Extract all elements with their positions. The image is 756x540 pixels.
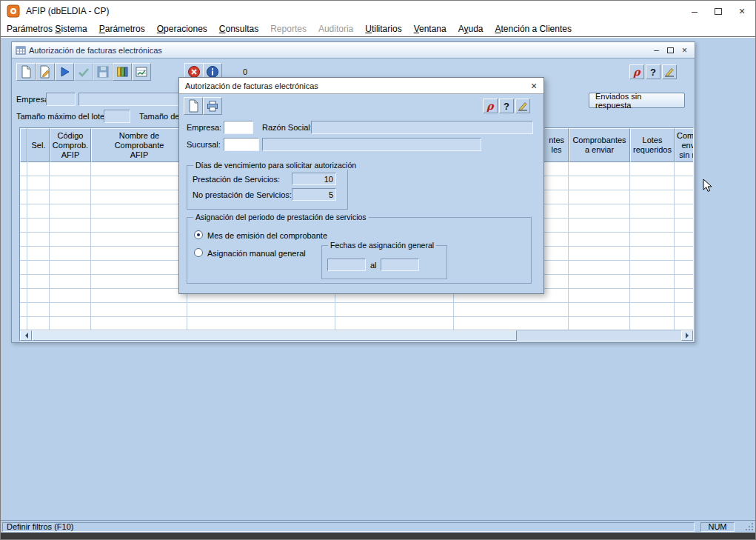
print-button[interactable]: [203, 97, 222, 115]
child-close-icon[interactable]: ×: [678, 43, 692, 58]
child-window-title: Autorización de facturas electrónicas: [29, 46, 162, 55]
new-document-button[interactable]: [16, 63, 36, 81]
tamano-del-label: Tamaño del: [139, 112, 181, 121]
grid-cell: [20, 275, 27, 289]
empresa-code-field: [46, 93, 76, 106]
exit-icon[interactable]: ρ: [629, 64, 644, 79]
sucursal-field[interactable]: [224, 138, 259, 151]
save-button[interactable]: [93, 63, 113, 81]
grid-cell: [20, 219, 27, 233]
maximize-icon[interactable]: [706, 1, 730, 21]
grid-export-button[interactable]: [132, 63, 151, 81]
menu-item-parametros[interactable]: Parámetros: [93, 21, 151, 36]
grid-header-cell: Nombre deComprobanteAFIP: [91, 128, 187, 162]
menu-item-parametros-sistema[interactable]: Parámetros Sistema: [1, 21, 93, 36]
grid-cell: [27, 219, 50, 233]
grid-cell: [630, 261, 675, 275]
grid-cell: [675, 190, 693, 204]
enviados-sin-respuesta-button[interactable]: Enviados sin respuesta: [589, 93, 685, 108]
grid-cell: [20, 204, 27, 219]
radio-asignacion-manual[interactable]: [194, 248, 203, 257]
grid-cell: [630, 190, 675, 204]
grid-cell: [630, 317, 675, 330]
grid-cell: [569, 233, 630, 247]
fechas-group-title: Fechas de asignación general: [328, 241, 436, 250]
prestacion-label: Prestación de Servicios:: [193, 175, 280, 184]
table-row[interactable]: [20, 317, 693, 330]
child-restore-icon[interactable]: [663, 43, 678, 58]
radio-mes-emision[interactable]: [194, 230, 203, 239]
dialog-empresa-label: Empresa:: [187, 123, 221, 132]
tamano-lote-label: Tamaño máximo del lote:: [16, 112, 107, 121]
grid-cell: [50, 176, 91, 190]
edit-properties-button[interactable]: [36, 63, 55, 81]
run-button[interactable]: [55, 63, 74, 81]
menu-item-consultas[interactable]: Consultas: [213, 21, 264, 36]
grid-cell: [630, 275, 675, 289]
grid-cell: [27, 176, 50, 190]
grid-cell: [569, 162, 630, 176]
app-title: AFIP (dbELDIA - CP): [26, 6, 109, 16]
menu-item-operaciones[interactable]: Operaciones: [151, 21, 213, 36]
grid-cell: [335, 317, 454, 330]
lot-counter: 0: [243, 67, 247, 76]
grid-cell: [20, 289, 27, 303]
grid-cell: [20, 190, 27, 204]
confirm-button[interactable]: [74, 63, 93, 81]
razon-social-field: [311, 121, 533, 134]
minimize-icon[interactable]: –: [683, 1, 706, 21]
scroll-right-icon[interactable]: [681, 330, 693, 341]
grid-cell: [50, 247, 91, 261]
grid-cell: [569, 190, 630, 204]
app-window: AFIP (dbELDIA - CP) – × Parámetros Siste…: [0, 0, 756, 540]
table-row[interactable]: [20, 303, 693, 317]
grid-cell: [187, 317, 335, 330]
al-label: al: [370, 261, 377, 270]
dialog-title-bar: Autorización de facturas electrónicas ×: [179, 78, 543, 94]
grid-cell: [91, 247, 187, 261]
radio-manual-label[interactable]: Asignación manual general: [207, 249, 306, 258]
grid-cell: [27, 247, 50, 261]
menu-item-utilitarios[interactable]: Utilitarios: [359, 21, 407, 36]
grid-cell: [569, 275, 630, 289]
grid-header-cell: [20, 128, 27, 162]
help-icon[interactable]: ?: [646, 64, 660, 79]
grid-cell: [27, 204, 50, 219]
dialog-new-button[interactable]: [184, 97, 203, 115]
scrollbar-thumb[interactable]: [32, 330, 517, 341]
dialog-edit-icon[interactable]: [515, 99, 530, 113]
dialog-help-icon[interactable]: ?: [499, 99, 514, 113]
grid-cell: [91, 162, 187, 176]
grid-cell: [569, 219, 630, 233]
child-window-controls: – ×: [649, 42, 692, 59]
grid-cell: [91, 289, 187, 303]
menu-item-ayuda[interactable]: Ayuda: [452, 21, 489, 36]
vencimiento-group-title: Días de vencimiento para solicitar autor…: [193, 161, 358, 170]
grid-cell: [569, 317, 630, 330]
close-icon[interactable]: ×: [730, 1, 754, 21]
grid-cell: [454, 317, 569, 330]
filter-config-icon[interactable]: [662, 64, 677, 79]
grid-cell: [91, 233, 187, 247]
grid-cell: [630, 204, 675, 219]
fecha-desde-field: [327, 259, 366, 271]
window-bottom-edge: [1, 533, 755, 539]
resize-grip[interactable]: [745, 522, 754, 531]
radio-mes-label[interactable]: Mes de emisión del comprobante: [207, 231, 327, 240]
grid-header-cell: Lotesrequeridos: [630, 128, 675, 162]
horizontal-scrollbar[interactable]: [20, 330, 693, 341]
child-minimize-icon[interactable]: –: [649, 43, 663, 58]
grid-cell: [50, 219, 91, 233]
menu-item-ventana[interactable]: Ventana: [408, 21, 452, 36]
grid-cell: [20, 233, 27, 247]
dialog-empresa-field[interactable]: [224, 121, 253, 134]
columns-button[interactable]: [113, 63, 132, 81]
prestacion-value-field: 10: [292, 173, 336, 185]
dialog-exit-icon[interactable]: ρ: [483, 99, 498, 113]
mdi-client-area: Autorización de facturas electrónicas – …: [1, 38, 755, 520]
scroll-left-icon[interactable]: [20, 330, 32, 341]
grid-cell: [91, 303, 187, 317]
dialog-close-icon[interactable]: ×: [527, 79, 541, 93]
menu-item-atencion-a-clientes[interactable]: Atención a Clientes: [489, 21, 578, 36]
child-title-bar: Autorización de facturas electrónicas – …: [12, 42, 695, 59]
